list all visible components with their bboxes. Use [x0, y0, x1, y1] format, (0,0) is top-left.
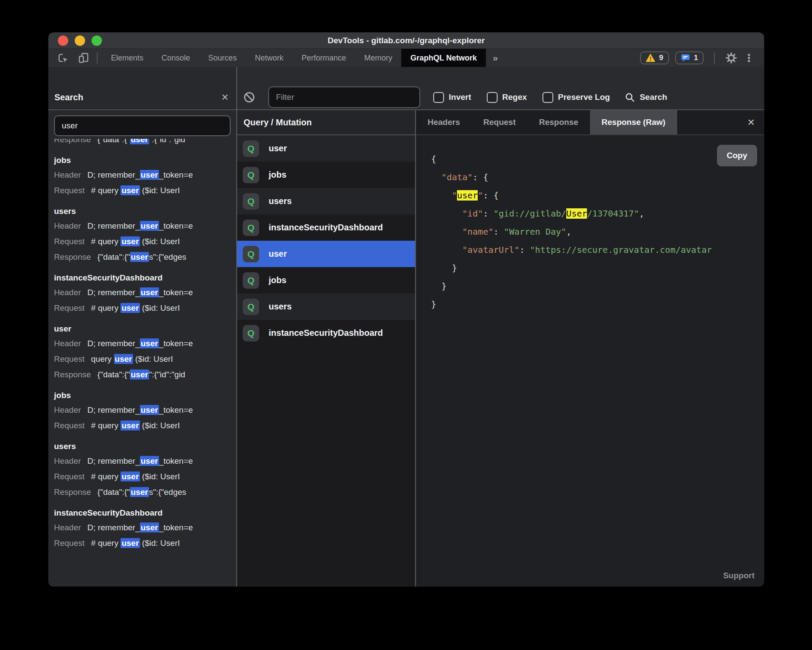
query-row-label: users — [269, 196, 292, 206]
inspect-element-icon[interactable] — [57, 52, 69, 64]
result-line-label: Header — [54, 288, 81, 297]
tab-performance[interactable]: Performance — [292, 49, 355, 67]
search-panel-close-icon[interactable]: × — [222, 91, 228, 103]
match-highlight: user — [121, 472, 140, 481]
issues-badge[interactable]: 1 — [675, 51, 704, 64]
json-indent — [431, 190, 452, 201]
more-tabs-chevron[interactable]: » — [486, 49, 505, 67]
query-row-instancesecuritydashboard[interactable]: QinstanceSecurityDashboard — [237, 320, 415, 346]
device-toolbar-icon[interactable] — [78, 52, 90, 64]
result-text: D; remember_ — [87, 339, 140, 348]
result-section-name: users — [54, 204, 236, 218]
result-line-label: Header — [54, 339, 81, 348]
checkbox-preserve-log[interactable]: Preserve Log — [542, 92, 610, 103]
copy-button[interactable]: Copy — [717, 145, 758, 166]
json-token: "data" — [441, 172, 473, 182]
detail-tab-response-raw[interactable]: Response (Raw) — [590, 110, 677, 134]
json-token: , — [566, 226, 571, 237]
kebab-menu-icon[interactable] — [743, 52, 755, 64]
settings-gear-icon[interactable] — [725, 52, 737, 64]
checkbox-box — [433, 92, 444, 103]
filter-input[interactable] — [268, 86, 420, 108]
match-highlight: user — [140, 170, 159, 180]
detail-tab-headers[interactable]: Headers — [416, 110, 472, 134]
tab-console[interactable]: Console — [152, 49, 199, 67]
checkbox-invert[interactable]: Invert — [433, 92, 471, 103]
close-window-button[interactable] — [58, 35, 68, 46]
json-token: "gid://gitlab/ — [494, 208, 567, 219]
result-line: Response{"data":{"user":{"id":"gid — [54, 367, 236, 382]
clear-block-icon[interactable] — [243, 91, 255, 103]
zoom-window-button[interactable] — [92, 35, 102, 46]
tab-elements[interactable]: Elements — [102, 49, 152, 67]
result-text: _token=e — [159, 405, 193, 414]
filter-bar: InvertRegexPreserve Log Search — [237, 67, 764, 110]
titlebar: DevTools - gitlab.com/-/graphql-explorer — [48, 32, 764, 49]
checkbox-label: Invert — [449, 92, 471, 102]
json-line: } — [431, 295, 764, 313]
match-highlight: user — [140, 405, 159, 415]
result-line-label: Header — [54, 221, 81, 230]
result-text: {"data":{" — [98, 139, 130, 144]
query-row-user[interactable]: Quser — [237, 241, 415, 267]
search-input[interactable] — [54, 115, 231, 136]
query-row-instancesecuritydashboard[interactable]: QinstanceSecurityDashboard — [237, 214, 415, 241]
search-toggle-label: Search — [640, 92, 667, 102]
result-line: Response{"data":{"users":{"edges — [54, 484, 236, 500]
match-highlight: user — [140, 338, 159, 348]
query-row-jobs[interactable]: Qjobs — [237, 162, 415, 188]
tab-graphql-network[interactable]: GraphQL Network — [401, 49, 486, 67]
result-line-label: Request — [54, 237, 85, 246]
query-type-badge: Q — [243, 325, 259, 341]
result-text: ":{"id":"gid — [149, 370, 185, 379]
query-type-badge: Q — [243, 167, 259, 183]
match-highlight: user — [140, 456, 159, 466]
result-text: ($id: UserI — [140, 421, 180, 430]
match-highlight: user — [121, 421, 140, 430]
result-text: # query — [91, 538, 121, 548]
support-link[interactable]: Support — [723, 571, 755, 580]
result-text: query — [91, 354, 114, 363]
detail-tab-request[interactable]: Request — [472, 110, 527, 134]
warnings-badge[interactable]: 9 — [640, 51, 669, 64]
search-panel-title: Search — [54, 92, 83, 102]
toolbar-separator — [714, 52, 715, 64]
result-line-label: Response — [54, 370, 91, 379]
query-row-jobs[interactable]: Qjobs — [237, 267, 415, 293]
search-results-list[interactable]: Response{"data":{"user":{"id":"gidjobsHe… — [48, 136, 236, 586]
result-text: D; remember_ — [87, 456, 140, 465]
toolbar-left-icons — [48, 49, 92, 67]
tab-sources[interactable]: Sources — [199, 49, 246, 67]
query-row-users[interactable]: Qusers — [237, 293, 415, 320]
result-section-name: user — [54, 322, 236, 336]
result-text: _token=e — [159, 456, 193, 465]
query-row-user[interactable]: Quser — [237, 135, 415, 162]
tab-memory[interactable]: Memory — [355, 49, 401, 67]
minimize-window-button[interactable] — [75, 35, 85, 46]
json-indent — [431, 263, 452, 273]
checkbox-regex[interactable]: Regex — [487, 92, 527, 103]
result-line-label: Request — [54, 354, 85, 363]
result-line: Request# query user ($id: UserI — [54, 418, 236, 433]
search-toggle-button[interactable]: Search — [625, 92, 667, 103]
result-line: Request# query user ($id: UserI — [54, 469, 236, 484]
detail-close-icon[interactable]: × — [738, 110, 764, 134]
detail-tab-response[interactable]: Response — [527, 110, 590, 134]
result-text: D; remember_ — [87, 221, 140, 230]
devtools-main: Search × Response{"data":{"user":{"id":"… — [48, 67, 764, 586]
tab-network[interactable]: Network — [246, 49, 292, 67]
result-text: ($id: UserI — [140, 538, 180, 548]
checkbox-label: Preserve Log — [558, 92, 610, 102]
result-section-name: jobs — [54, 153, 236, 167]
query-row-users[interactable]: Qusers — [237, 188, 415, 214]
result-text: {"data":{" — [98, 370, 130, 379]
result-text: {"data":{" — [98, 488, 130, 497]
query-type-badge: Q — [243, 193, 259, 210]
result-text: D; remember_ — [87, 170, 140, 179]
warning-icon — [646, 54, 655, 62]
json-token: : — [520, 245, 530, 255]
json-token: "Warren Day" — [504, 226, 567, 237]
query-list[interactable]: QuserQjobsQusersQinstanceSecurityDashboa… — [237, 135, 415, 586]
result-text: # query — [91, 186, 121, 195]
result-line: HeaderD; remember_user_token=e — [54, 453, 236, 469]
